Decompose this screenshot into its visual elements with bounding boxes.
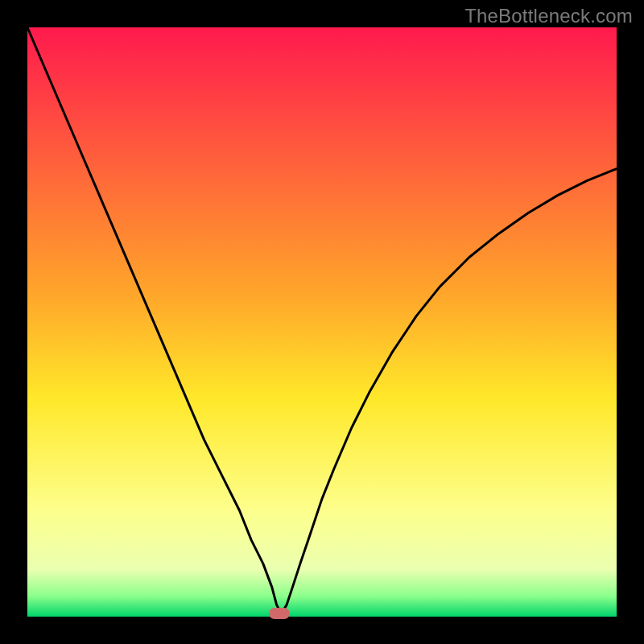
gradient-background — [27, 27, 617, 617]
chart-frame: TheBottleneck.com — [0, 0, 644, 644]
watermark-text: TheBottleneck.com — [464, 5, 633, 27]
chart-plot — [27, 27, 617, 617]
optimal-point-marker — [269, 608, 290, 619]
